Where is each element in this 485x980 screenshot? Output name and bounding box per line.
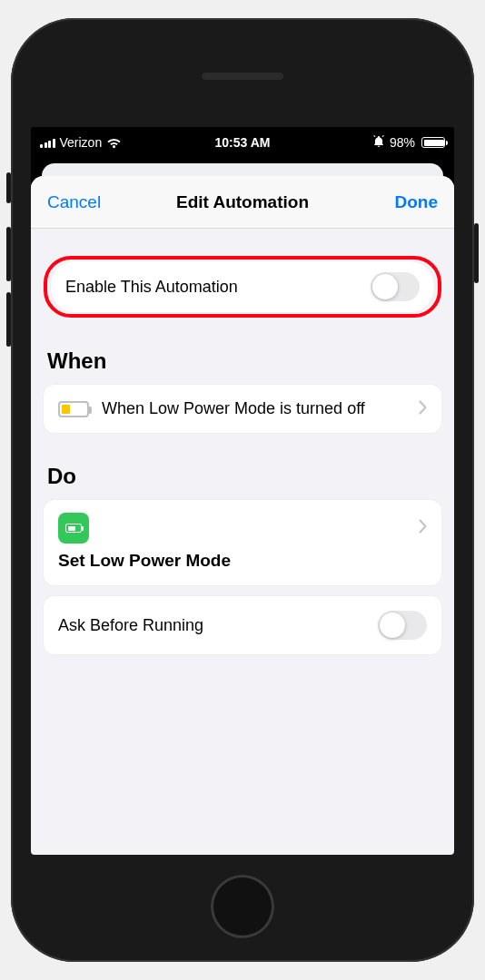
do-section-title: Do: [47, 464, 438, 489]
page-title: Edit Automation: [176, 192, 309, 212]
battery-icon: [421, 137, 445, 148]
when-trigger-row[interactable]: When Low Power Mode is turned off: [44, 385, 441, 433]
modal-backdrop: Cancel Edit Automation Done Enable This …: [31, 158, 454, 855]
ask-before-running-toggle[interactable]: [378, 611, 427, 640]
low-power-mode-icon: [58, 513, 89, 544]
ask-before-running-row[interactable]: Ask Before Running: [44, 596, 441, 654]
battery-percent: 98%: [390, 135, 415, 150]
enable-automation-row[interactable]: Enable This Automation: [51, 261, 434, 312]
cell-signal-icon: [40, 137, 55, 148]
clock: 10:53 AM: [215, 135, 271, 150]
power-button[interactable]: [474, 223, 479, 283]
chevron-right-icon: [419, 519, 427, 537]
device-frame: Verizon 10:53 AM 98% Cancel Edit Auto: [11, 18, 474, 962]
mute-switch[interactable]: [6, 172, 11, 203]
wifi-icon: [106, 137, 122, 149]
enable-automation-label: Enable This Automation: [65, 278, 358, 297]
volume-down-button[interactable]: [6, 292, 11, 347]
when-trigger-label: When Low Power Mode is turned off: [102, 399, 406, 418]
status-bar: Verizon 10:53 AM 98%: [31, 127, 454, 158]
screen: Verizon 10:53 AM 98% Cancel Edit Auto: [31, 127, 454, 855]
alarm-icon: [372, 135, 385, 151]
done-button[interactable]: Done: [395, 192, 439, 212]
volume-up-button[interactable]: [6, 227, 11, 281]
highlight-annotation: Enable This Automation: [44, 256, 441, 318]
low-battery-icon: [58, 401, 89, 417]
cancel-button[interactable]: Cancel: [47, 192, 101, 212]
earpiece-speaker: [202, 73, 283, 80]
when-section-title: When: [47, 348, 438, 374]
edit-automation-sheet: Cancel Edit Automation Done Enable This …: [31, 176, 454, 855]
ask-before-running-label: Ask Before Running: [58, 616, 365, 635]
do-action-row[interactable]: Set Low Power Mode: [44, 500, 441, 585]
navigation-bar: Cancel Edit Automation Done: [31, 176, 454, 229]
carrier-label: Verizon: [60, 135, 103, 150]
enable-automation-toggle[interactable]: [371, 272, 420, 301]
chevron-right-icon: [419, 400, 427, 418]
home-button[interactable]: [211, 875, 274, 938]
do-action-label: Set Low Power Mode: [58, 551, 427, 571]
